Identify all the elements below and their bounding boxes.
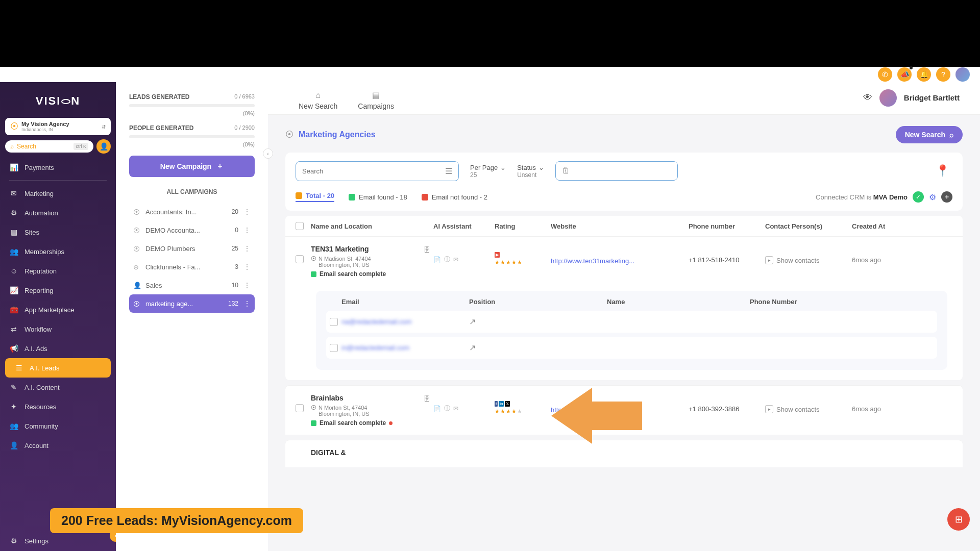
info-icon[interactable]: ⓘ — [444, 255, 450, 264]
nav-aileads[interactable]: ☰A.I. Leads — [5, 358, 111, 378]
sidebar-search[interactable]: ⌕ Search ctrl K — [5, 140, 93, 153]
gear-icon[interactable]: ⚙ — [929, 192, 936, 202]
campaign-item[interactable]: ⦿DEMO Accounta...0⋮ — [129, 221, 255, 239]
phone-icon[interactable]: ✆ — [878, 67, 892, 82]
youtube-icon[interactable]: ▶ — [495, 252, 500, 258]
filter-total[interactable]: Total - 20 — [296, 192, 334, 202]
nav-automation[interactable]: ⚙Automation — [0, 203, 116, 222]
campaign-item-active[interactable]: ⦿marketing age...132⋮ — [129, 294, 255, 313]
nav-resources[interactable]: ✦Resources — [0, 397, 116, 416]
chat-fab[interactable]: ⊞ — [947, 508, 970, 531]
agency-selector[interactable]: ⦿ My Vision Agency Indianapolis, IN ⇵ — [5, 118, 111, 135]
plus-icon[interactable]: ＋ — [941, 191, 952, 203]
campaign-item[interactable]: ⦿Accountants: In...20⋮ — [129, 203, 255, 221]
x-icon[interactable]: 𝕏 — [505, 401, 510, 407]
campaign-item[interactable]: 👤Sales10⋮ — [129, 276, 255, 294]
user-avatar[interactable] — [879, 89, 897, 107]
map-pin-button[interactable]: 📍 — [932, 161, 952, 181]
row-checkbox[interactable] — [296, 255, 304, 263]
doc-icon[interactable]: 📄 — [433, 405, 441, 412]
logo: VISIN — [0, 82, 116, 118]
filter-email-notfound[interactable]: Email not found - 2 — [422, 193, 487, 201]
nav-payments[interactable]: 📊Payments — [0, 158, 116, 177]
mail-icon[interactable]: ✉ — [453, 256, 458, 263]
pin-icon: ⦿ — [311, 405, 316, 411]
home-icon: ⌂ — [315, 91, 321, 100]
kebab-icon[interactable]: ⋮ — [243, 281, 251, 289]
date-filter[interactable]: 🗓 — [555, 161, 678, 181]
top-header: ✆ 📣 🔔 ? — [0, 67, 980, 82]
user-icon[interactable]: 👤 — [96, 139, 111, 154]
kebab-icon[interactable]: ⋮ — [243, 244, 251, 253]
linkedin-icon[interactable]: in — [499, 401, 504, 407]
nav-marketing[interactable]: ✉Marketing — [0, 184, 116, 203]
filter-card: ☰ Per Page⌄ 25 Status⌄ Unsent 🗓 📍 Total … — [285, 153, 963, 211]
new-search-button[interactable]: New Search⌕ — [896, 126, 963, 143]
nav-workflow[interactable]: ⇄Workflow — [0, 319, 116, 339]
leads-icon: ☰ — [14, 364, 23, 372]
megaphone-icon[interactable]: 📣 — [897, 67, 912, 82]
created-at: 6mos ago — [852, 394, 952, 413]
facebook-icon[interactable]: f — [495, 401, 498, 407]
header-avatar[interactable] — [955, 67, 970, 82]
nav-community[interactable]: 👥Community — [0, 416, 116, 436]
nav-memberships[interactable]: 👥Memberships — [0, 242, 116, 261]
nav-aicontent[interactable]: ✎A.I. Content — [0, 378, 116, 397]
new-campaign-button[interactable]: New Campaign＋ — [129, 156, 255, 177]
doc-icon[interactable]: 📄 — [433, 256, 441, 263]
show-contacts-button[interactable]: ▸Show contacts — [765, 245, 852, 264]
reputation-icon: ☺ — [9, 267, 18, 275]
search-field[interactable] — [302, 167, 441, 175]
contact-row: in@redactedemail.com ↗ — [326, 337, 937, 359]
all-campaigns-header: ALL CAMPAIGNS — [129, 188, 255, 195]
nav-sites[interactable]: ▤Sites — [0, 222, 116, 242]
per-page-filter[interactable]: Per Page⌄ 25 — [470, 164, 506, 179]
show-contacts-button[interactable]: ▸Show contacts — [765, 394, 852, 413]
row-checkbox[interactable] — [296, 404, 304, 412]
nav-account[interactable]: 👤Account — [0, 436, 116, 455]
contact-email[interactable]: in@redactedemail.com — [341, 344, 469, 352]
campaign-item[interactable]: ⦿DEMO Plumbers25⋮ — [129, 239, 255, 258]
kebab-icon[interactable]: ⋮ — [243, 263, 251, 271]
help-icon[interactable]: ? — [936, 67, 950, 82]
nav-reporting[interactable]: 📈Reporting — [0, 281, 116, 300]
kebab-icon[interactable]: ⋮ — [243, 299, 251, 308]
website-link[interactable]: http://www.ten31marketing... — [551, 257, 634, 265]
contact-email[interactable]: na@redactedemail.com — [341, 318, 469, 325]
contact-checkbox[interactable] — [330, 318, 338, 326]
tab-new-search[interactable]: ⌂New Search — [288, 87, 348, 114]
filter-email-found[interactable]: Email found - 18 — [349, 193, 407, 201]
star-rating: ★★★★★ — [495, 259, 551, 266]
promo-banner: 200 Free Leads: MyVisionAgency.com — [50, 508, 303, 533]
leads-generated-value: 0 / 6963 — [234, 93, 255, 103]
eye-icon[interactable]: 👁 — [863, 92, 872, 103]
database-icon[interactable]: 🗄 — [423, 394, 430, 403]
select-all-checkbox[interactable] — [296, 222, 304, 230]
people-generated-pct: (0%) — [129, 141, 255, 147]
info-icon[interactable]: ⓘ — [444, 404, 450, 413]
table-search-input[interactable]: ☰ — [296, 161, 459, 181]
filter-icon[interactable]: ☰ — [445, 166, 452, 176]
crm-name: MVA Demo — [873, 193, 908, 201]
th-name: Name and Location — [311, 222, 433, 230]
status-filter[interactable]: Status⌄ Unsent — [517, 164, 544, 179]
nav-settings[interactable]: ⚙Settings — [0, 537, 116, 545]
external-link-icon[interactable]: ↗ — [469, 343, 476, 353]
panel-toggle-button[interactable]: ‹ — [263, 148, 273, 159]
nav-marketplace[interactable]: 🧰App Marketplace — [0, 300, 116, 319]
contact-checkbox[interactable] — [330, 344, 338, 352]
nav-reputation[interactable]: ☺Reputation — [0, 261, 116, 281]
agency-location: Indianapolis, IN — [21, 127, 99, 132]
nav-aiads[interactable]: 📢A.I. Ads — [0, 339, 116, 358]
resources-icon: ✦ — [9, 403, 18, 411]
globe-icon: ⊕ — [133, 263, 140, 271]
status-dot-icon — [389, 421, 393, 425]
kebab-icon[interactable]: ⋮ — [243, 208, 251, 216]
kebab-icon[interactable]: ⋮ — [243, 226, 251, 234]
external-link-icon[interactable]: ↗ — [469, 317, 476, 327]
tab-campaigns[interactable]: ▤Campaigns — [348, 86, 404, 114]
database-icon[interactable]: 🗄 — [423, 245, 430, 254]
mail-icon[interactable]: ✉ — [453, 405, 458, 412]
bell-icon[interactable]: 🔔 — [917, 67, 931, 82]
campaign-item[interactable]: ⊕Clickfunnels - Fa...3⋮ — [129, 258, 255, 276]
